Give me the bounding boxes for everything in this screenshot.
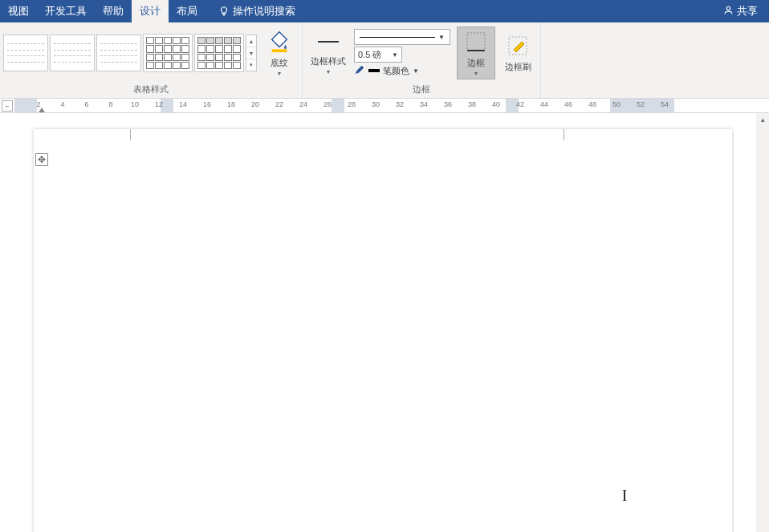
- border-style-button[interactable]: 边框样式 ▼: [306, 26, 351, 79]
- border-painter-button[interactable]: 边框刷: [498, 26, 537, 79]
- borders-icon: [464, 30, 488, 55]
- ruler-tick: 6: [84, 100, 88, 108]
- ruler-tick: 50: [612, 100, 620, 108]
- page[interactable]: ✥: [34, 129, 732, 532]
- ruler-tick: 14: [179, 100, 187, 108]
- ruler-tick: 38: [468, 100, 476, 108]
- borders-group: 边框样式 ▼ ▼ 0.5 磅▼ 笔颜色 ▼: [303, 22, 541, 98]
- ruler-tick: 52: [637, 100, 645, 108]
- scroll-up-icon[interactable]: ▴: [756, 113, 769, 126]
- ruler-tick: 24: [299, 100, 307, 108]
- tell-me-label: 操作说明搜索: [233, 4, 295, 18]
- ruler-tick: 32: [396, 100, 404, 108]
- horizontal-ruler[interactable]: ⌐ 24681012141618202224262830323436384042…: [0, 99, 769, 113]
- ruler-tick: 40: [492, 100, 500, 108]
- text-cursor-indicator: I: [622, 488, 627, 505]
- chevron-down-icon: ▼: [326, 69, 332, 75]
- ruler-tick: 42: [516, 100, 524, 108]
- table-styles-group-label: 表格样式: [3, 82, 299, 98]
- share-label: 共享: [737, 4, 758, 18]
- ruler-tick: 34: [420, 100, 428, 108]
- pen-color-swatch: [368, 69, 380, 72]
- pen-color-label: 笔颜色: [383, 65, 409, 77]
- chevron-down-icon: ▼: [413, 67, 419, 75]
- menu-tab-视图[interactable]: 视图: [0, 0, 37, 22]
- border-line-style-dropdown[interactable]: ▼: [354, 29, 450, 45]
- svg-rect-3: [467, 33, 485, 51]
- table-style-gallery[interactable]: ▲▼▾: [3, 34, 257, 72]
- border-style-icon: [316, 31, 340, 54]
- shading-button[interactable]: 底纹 ▼: [260, 26, 299, 79]
- menu-tab-设计[interactable]: 设计: [132, 0, 169, 22]
- ruler-tick: 10: [131, 100, 139, 108]
- gallery-spinner[interactable]: ▲▼▾: [246, 35, 257, 71]
- table-style-plain-3[interactable]: [96, 35, 141, 71]
- borders-button[interactable]: 边框 ▼: [457, 26, 495, 79]
- pen-color-button[interactable]: 笔颜色 ▼: [354, 64, 419, 77]
- ruler-tick: 44: [540, 100, 548, 108]
- ruler-tick: 12: [155, 100, 163, 108]
- svg-rect-1: [272, 49, 287, 52]
- table-style-plain-2[interactable]: [50, 35, 95, 71]
- share-icon: [723, 5, 734, 18]
- ruler-tick: 26: [323, 100, 332, 108]
- share-button[interactable]: 共享: [712, 4, 769, 18]
- menu-tab-布局[interactable]: 布局: [169, 0, 205, 22]
- svg-point-0: [726, 6, 730, 10]
- ruler-tick: 46: [564, 100, 572, 108]
- borders-group-label: 边框: [306, 82, 537, 98]
- pen-icon: [354, 64, 365, 77]
- border-width-dropdown[interactable]: 0.5 磅▼: [354, 47, 402, 63]
- shading-icon: [267, 30, 291, 55]
- borders-label: 边框: [467, 57, 485, 69]
- lightbulb-icon: [218, 6, 230, 17]
- menu-bar: 视图开发工具帮助设计布局 操作说明搜索 共享: [0, 0, 769, 22]
- ruler-tick: 30: [372, 100, 380, 108]
- ruler-tick: 8: [108, 100, 112, 108]
- shading-label: 底纹: [271, 57, 288, 69]
- chevron-down-icon: ▼: [277, 71, 283, 76]
- ruler-tick: 54: [661, 100, 669, 108]
- table-style-plain-1[interactable]: [3, 35, 48, 71]
- tell-me-search[interactable]: 操作说明搜索: [205, 4, 303, 18]
- ruler-tick: 18: [227, 100, 235, 108]
- border-painter-label: 边框刷: [505, 61, 531, 73]
- table-style-grid-1[interactable]: [143, 34, 193, 72]
- ruler-tick: 22: [275, 100, 283, 108]
- ruler-tick: 28: [348, 100, 356, 108]
- menu-tab-帮助[interactable]: 帮助: [95, 0, 132, 22]
- menu-tab-开发工具[interactable]: 开发工具: [37, 0, 95, 22]
- table-move-handle[interactable]: ✥: [35, 153, 48, 166]
- tab-selector[interactable]: ⌐: [2, 100, 13, 112]
- ruler-tick: 4: [60, 100, 64, 108]
- ruler-tick: 36: [444, 100, 452, 108]
- chevron-down-icon: ▼: [474, 71, 479, 76]
- table-style-grid-2[interactable]: [194, 34, 244, 72]
- table-styles-group: ▲▼▾ 底纹 ▼ 表格样式: [0, 22, 303, 98]
- document-area[interactable]: ✥ I ▴: [0, 113, 769, 532]
- ruler-tick: 48: [588, 100, 596, 108]
- border-painter-icon: [506, 34, 530, 59]
- ribbon: ▲▼▾ 底纹 ▼ 表格样式 边框样式 ▼ ▼: [0, 22, 769, 99]
- border-style-label: 边框样式: [311, 55, 346, 67]
- vertical-scrollbar[interactable]: ▴: [756, 113, 769, 532]
- ruler-tick: 20: [251, 100, 259, 108]
- ruler-tick: 16: [203, 100, 211, 108]
